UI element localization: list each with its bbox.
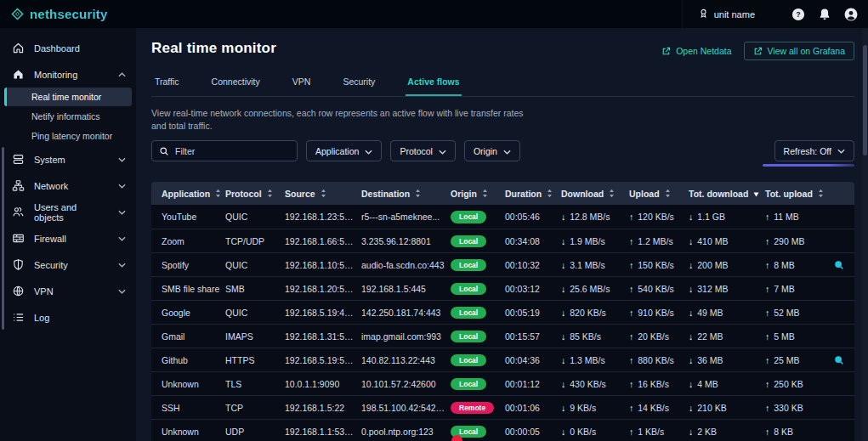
column-header-origin[interactable]: Origin xyxy=(451,189,505,199)
sidebar-item-real-time-monitor[interactable]: Real time monitor xyxy=(4,88,132,106)
unit-name-button[interactable]: unit name xyxy=(698,8,755,20)
sidebar-item-system[interactable]: System xyxy=(0,146,136,172)
download-arrow-icon: ↓ xyxy=(689,379,693,389)
tab-vpn[interactable]: VPN xyxy=(291,71,313,96)
cell-download: ↓9 KB/s xyxy=(561,403,629,413)
column-header-protocol[interactable]: Protocol xyxy=(225,189,285,199)
tab-connectivity[interactable]: Connectivity xyxy=(210,71,262,96)
origin-badge-local: Local xyxy=(451,211,486,223)
upload-arrow-icon: ↑ xyxy=(629,308,633,318)
cell-protocol: SMB xyxy=(225,284,285,294)
brand-logo[interactable]: nethsecurity xyxy=(0,7,108,21)
rate-value: 0 KB/s xyxy=(570,427,596,437)
sidebar-item-log[interactable]: Log xyxy=(0,304,136,331)
download-arrow-icon: ↓ xyxy=(689,260,693,270)
vpn-icon xyxy=(12,285,25,297)
chevron-down-icon xyxy=(118,236,126,241)
cell-application: SMB file share xyxy=(151,284,225,294)
filter-dropdown-origin[interactable]: Origin xyxy=(464,140,520,161)
sidebar-item-vpn[interactable]: VPN xyxy=(0,278,136,304)
download-arrow-icon: ↓ xyxy=(689,331,693,342)
inspect-flow-icon[interactable] xyxy=(834,355,844,365)
cell-tot-download: ↓4 MB xyxy=(689,379,765,389)
sidebar-item-network[interactable]: Network xyxy=(0,172,136,199)
sidebar-item-security[interactable]: Security xyxy=(0,252,136,278)
rate-value: 250 KB xyxy=(774,379,803,389)
column-label: Tot. upload xyxy=(765,189,813,199)
rate-value: 1.3 MB/s xyxy=(570,355,604,365)
tab-security[interactable]: Security xyxy=(341,71,377,96)
external-link-icon xyxy=(753,47,763,56)
help-icon[interactable]: ? xyxy=(791,7,805,21)
upload-arrow-icon: ↑ xyxy=(629,331,633,342)
page-scrollbar[interactable] xyxy=(862,28,868,441)
cell-origin: Local xyxy=(451,331,505,342)
upload-arrow-icon: ↑ xyxy=(629,427,633,437)
rate-value: 290 MB xyxy=(774,236,804,246)
column-header-tot-download[interactable]: Tot. download xyxy=(689,189,765,199)
cell-download: ↓25.6 MB/s xyxy=(561,284,629,294)
cell-protocol: HTTPS xyxy=(225,355,285,365)
cell-tot-upload: ↑290 MB xyxy=(765,236,829,246)
sidebar-scrollbar[interactable] xyxy=(2,147,4,330)
upload-arrow-icon: ↑ xyxy=(765,379,769,389)
external-link-icon xyxy=(661,47,671,56)
chevron-down-icon xyxy=(439,146,446,156)
cell-origin: Local xyxy=(451,259,505,271)
users-icon xyxy=(12,206,25,218)
cell-source: 192.168.1.5:22 xyxy=(285,403,361,413)
filter-input[interactable] xyxy=(175,146,290,156)
table-row: SpotifyQUIC192.168.1.10:53422audio-fa.sc… xyxy=(151,252,854,276)
sidebar-item-users-and-objects[interactable]: Users and objects xyxy=(0,199,136,225)
download-arrow-icon: ↓ xyxy=(689,308,693,318)
download-arrow-icon: ↓ xyxy=(561,355,565,365)
sort-icon xyxy=(665,189,671,198)
rate-value: 16 KB/s xyxy=(638,379,669,389)
tab-active-flows[interactable]: Active flows xyxy=(406,71,461,96)
upload-arrow-icon: ↑ xyxy=(765,427,769,437)
column-header-upload[interactable]: Upload xyxy=(629,189,689,199)
cell-origin: Remote xyxy=(451,402,505,414)
refresh-progress-bar xyxy=(763,164,854,167)
filter-dropdown-protocol[interactable]: Protocol xyxy=(390,140,456,161)
download-arrow-icon: ↓ xyxy=(561,308,565,318)
tab-traffic[interactable]: Traffic xyxy=(153,71,181,96)
sidebar-item-label: Netify informatics xyxy=(31,111,132,122)
column-header-destination[interactable]: Destination xyxy=(361,189,451,199)
page-scrollbar-thumb[interactable] xyxy=(863,45,867,155)
column-header-source[interactable]: Source xyxy=(285,189,361,199)
download-arrow-icon: ↓ xyxy=(689,403,693,413)
cell-duration: 00:04:36 xyxy=(505,355,561,365)
brand-name: nethsecurity xyxy=(30,7,108,21)
inspect-flow-icon[interactable] xyxy=(834,260,844,270)
chevron-down-icon xyxy=(118,184,126,189)
sidebar-item-monitoring[interactable]: Monitoring xyxy=(0,61,136,88)
column-header-duration[interactable]: Duration xyxy=(505,189,561,199)
cell-inspect xyxy=(829,355,854,365)
sort-icon xyxy=(547,189,553,198)
column-header-application[interactable]: Application xyxy=(151,189,225,199)
sidebar-item-dashboard[interactable]: Dashboard xyxy=(0,35,136,61)
filter-dropdown-application[interactable]: Application xyxy=(306,140,382,161)
upload-arrow-icon: ↑ xyxy=(629,236,633,246)
sidebar-item-firewall[interactable]: Firewall xyxy=(0,225,136,252)
sidebar-item-netify-informatics[interactable]: Netify informatics xyxy=(4,107,132,126)
cell-origin: Local xyxy=(451,354,505,366)
column-header-tot-upload[interactable]: Tot. upload xyxy=(765,189,829,199)
sort-icon xyxy=(267,189,273,198)
refresh-dropdown[interactable]: Refresh: Off xyxy=(774,140,854,161)
bell-icon[interactable] xyxy=(817,7,831,21)
open-netdata-link[interactable]: Open Netdata xyxy=(661,46,731,56)
flows-table: ApplicationProtocolSourceDestinationOrig… xyxy=(151,182,854,441)
sidebar-item-ping-latency-monitor[interactable]: Ping latency monitor xyxy=(4,127,132,145)
cell-tot-download: ↓312 MB xyxy=(689,284,765,294)
column-header-download[interactable]: Download xyxy=(561,189,629,199)
download-arrow-icon: ↓ xyxy=(561,427,565,437)
network-icon xyxy=(12,179,25,192)
view-grafana-button[interactable]: View all on Grafana xyxy=(744,42,854,60)
cell-duration: 00:15:57 xyxy=(505,331,561,342)
cell-source: 192.168.5.19:57652 xyxy=(285,355,361,365)
cell-upload: ↑880 KB/s xyxy=(629,355,689,365)
table-row: GithubHTTPS192.168.5.19:57652140.82.113.… xyxy=(151,348,854,371)
avatar-icon[interactable] xyxy=(843,7,858,21)
